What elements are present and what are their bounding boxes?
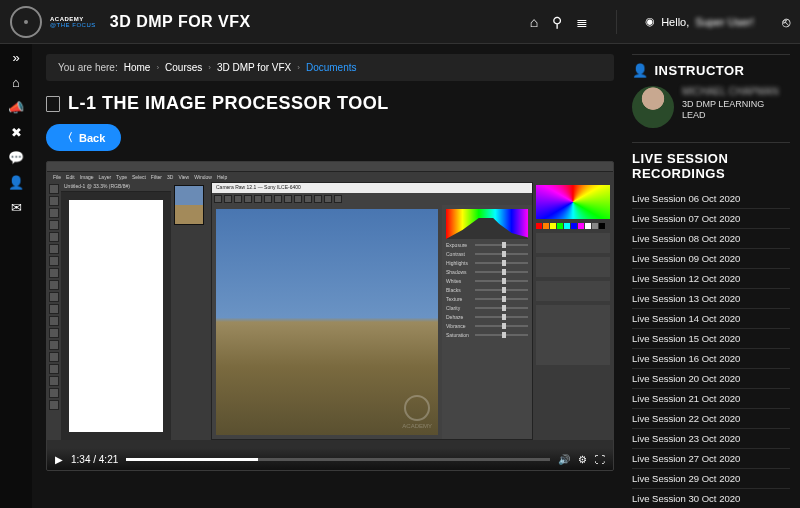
sidenav-announce-icon[interactable]: 📣	[8, 100, 24, 115]
recording-link[interactable]: Live Session 08 Oct 2020	[632, 229, 790, 249]
recording-link[interactable]: Live Session 07 Oct 2020	[632, 209, 790, 229]
acr-basic-panel: Exposure Contrast Highlights Shadows Whi…	[442, 205, 532, 439]
page-title: L-1 THE IMAGE PROCESSOR TOOL	[68, 93, 389, 114]
recording-link[interactable]: Live Session 22 Oct 2020	[632, 409, 790, 429]
recording-link[interactable]: Live Session 29 Oct 2020	[632, 469, 790, 489]
recording-link[interactable]: Live Session 06 Oct 2020	[632, 189, 790, 209]
recording-link[interactable]: Live Session 30 Oct 2020	[632, 489, 790, 508]
courses-icon[interactable]: ⚲	[552, 14, 562, 30]
ps-menubar: FileEditImageLayerTypeSelectFilter3DView…	[47, 172, 613, 182]
document-icon	[46, 96, 60, 112]
sidenav-toggle-icon[interactable]: »	[12, 50, 19, 65]
side-nav: » ⌂ 📣 ✖ 💬 👤 ✉	[0, 44, 32, 508]
person-icon: 👤	[632, 63, 649, 78]
ps-panels	[533, 182, 613, 440]
logout-icon[interactable]: ⎋	[782, 14, 790, 30]
sidenav-mail-icon[interactable]: ✉	[11, 200, 22, 215]
sidenav-chat-icon[interactable]: 💬	[8, 150, 24, 165]
breadcrumb-current[interactable]: Documents	[306, 62, 357, 73]
ps-toolbar	[47, 182, 61, 440]
home-icon[interactable]: ⌂	[530, 14, 538, 30]
breadcrumb-course[interactable]: 3D DMP for VFX	[217, 62, 291, 73]
swatches	[536, 223, 610, 229]
play-icon[interactable]: ▶	[55, 454, 63, 465]
breadcrumb-courses[interactable]: Courses	[165, 62, 202, 73]
separator	[616, 10, 617, 34]
video-player[interactable]: FileEditImageLayerTypeSelectFilter3DView…	[46, 161, 614, 471]
recordings-heading: LIVE SESSION RECORDINGS	[632, 142, 790, 181]
course-title: 3D DMP FOR VFX	[110, 13, 251, 31]
histogram	[446, 209, 528, 239]
user-icon: ◉	[645, 15, 655, 28]
breadcrumb: You are here: Home› Courses› 3D DMP for …	[46, 54, 614, 81]
sidenav-profile-icon[interactable]: 👤	[8, 175, 24, 190]
sidenav-home-icon[interactable]: ⌂	[12, 75, 20, 90]
recording-link[interactable]: Live Session 09 Oct 2020	[632, 249, 790, 269]
chevron-left-icon: 〈	[62, 130, 73, 145]
ps-window-chrome	[47, 162, 613, 172]
recording-link[interactable]: Live Session 16 Oct 2020	[632, 349, 790, 369]
settings-icon[interactable]: ⚙	[578, 454, 587, 465]
video-controls: ▶ 1:34 / 4:21 🔊 ⚙ ⛶	[47, 448, 613, 470]
avatar	[632, 86, 674, 128]
instructor-heading: 👤 INSTRUCTOR	[632, 54, 790, 78]
brand-text: ACADEMY @THE FOCUS	[50, 16, 96, 28]
brand-logo[interactable]	[10, 6, 42, 38]
breadcrumb-home[interactable]: Home	[124, 62, 151, 73]
instructor-name: MICHAEL CHAPMAN	[682, 86, 790, 97]
recordings-list: Live Session 06 Oct 2020 Live Session 07…	[632, 189, 790, 508]
ps-canvas: Untitled-1 @ 33.3% (RGB/8#)	[61, 182, 171, 440]
color-picker	[536, 185, 610, 219]
list-icon[interactable]: ≣	[576, 14, 588, 30]
recording-link[interactable]: Live Session 23 Oct 2020	[632, 429, 790, 449]
back-button[interactable]: 〈 Back	[46, 124, 121, 151]
recording-link[interactable]: Live Session 12 Oct 2020	[632, 269, 790, 289]
recording-link[interactable]: Live Session 13 Oct 2020	[632, 289, 790, 309]
recording-link[interactable]: Live Session 14 Oct 2020	[632, 309, 790, 329]
camera-raw-dialog: Camera Raw 12.1 — Sony ILCE-6400 ACADEMY…	[211, 182, 533, 440]
top-bar: ACADEMY @THE FOCUS 3D DMP FOR VFX ⌂ ⚲ ≣ …	[0, 0, 800, 44]
recording-link[interactable]: Live Session 21 Oct 2020	[632, 389, 790, 409]
volume-icon[interactable]: 🔊	[558, 454, 570, 465]
recording-link[interactable]: Live Session 20 Oct 2020	[632, 369, 790, 389]
instructor-role: 3D DMP LEARNING LEAD	[682, 99, 790, 121]
video-progress[interactable]	[126, 458, 550, 461]
watermark: ACADEMY	[402, 395, 432, 429]
instructor-card[interactable]: MICHAEL CHAPMAN 3D DMP LEARNING LEAD	[632, 86, 790, 128]
fullscreen-icon[interactable]: ⛶	[595, 454, 605, 465]
ps-filmstrip	[171, 182, 211, 440]
video-time: 1:34 / 4:21	[71, 454, 118, 465]
greeting[interactable]: ◉ Hello, Super User!	[645, 15, 754, 28]
sidenav-tools-icon[interactable]: ✖	[11, 125, 22, 140]
recording-link[interactable]: Live Session 27 Oct 2020	[632, 449, 790, 469]
recording-link[interactable]: Live Session 15 Oct 2020	[632, 329, 790, 349]
